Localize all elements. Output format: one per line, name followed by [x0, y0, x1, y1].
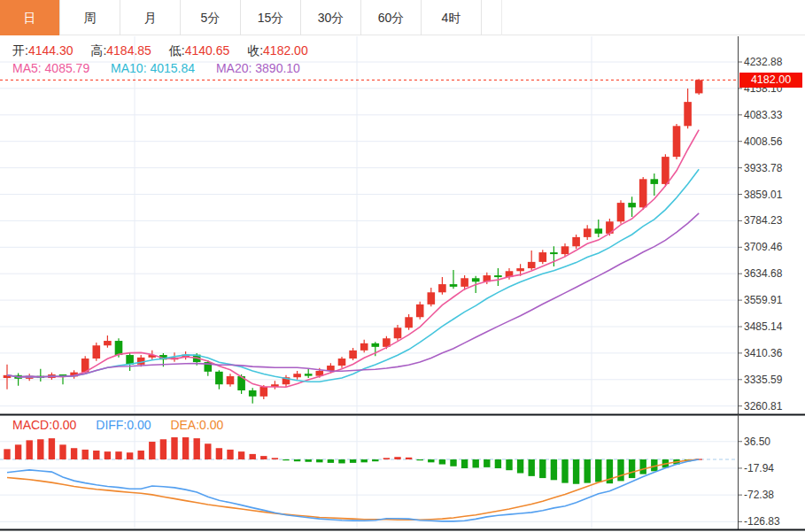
macd-bar-positive [383, 458, 390, 459]
macd-bar-positive [406, 458, 412, 459]
macd-bar-negative [495, 459, 501, 468]
tab-5min[interactable]: 5分 [181, 0, 241, 35]
macd-bar-negative [294, 459, 300, 461]
open-label: 开: [12, 43, 28, 58]
macd-bar-negative [595, 459, 601, 482]
candle-up [104, 341, 112, 345]
macd-bar-negative [461, 459, 468, 468]
candle-up [584, 228, 592, 237]
candle-down [472, 278, 480, 281]
tabbar-spacer [482, 0, 502, 35]
macd-axis-label: 36.50 [744, 436, 802, 448]
candle-up [338, 359, 346, 366]
macd-bar-negative [316, 459, 322, 462]
macd-bar-positive [260, 456, 267, 459]
macd-bar-positive [182, 437, 189, 459]
candle-down [494, 275, 502, 277]
diff-value: DIFF:0.00 [96, 418, 151, 432]
price-axis-label: 3784.23 [744, 214, 802, 227]
candle-up [572, 237, 580, 246]
macd-bar-negative [450, 459, 456, 466]
macd-bar-negative [561, 459, 568, 483]
candle-up [405, 317, 413, 328]
dea-value: DEA:0.00 [170, 418, 223, 432]
tab-month[interactable]: 月 [120, 0, 181, 35]
price-axis-label: 3709.46 [744, 241, 802, 253]
price-axis-label: 3859.01 [744, 189, 802, 201]
macd-readout: MACD:0.00 DIFF:0.00 DEA:0.00 [12, 418, 223, 432]
macd-bar-positive [127, 452, 133, 459]
macd-bar-positive [394, 457, 400, 459]
macd-bar-positive [238, 451, 244, 459]
close-value: 4182.00 [263, 43, 308, 58]
candles [4, 79, 703, 404]
candle-up [394, 328, 402, 338]
macd-bar-positive [15, 444, 21, 459]
candle-up [416, 305, 424, 317]
tab-day[interactable]: 日 [0, 0, 60, 35]
macd-bar-positive [149, 442, 155, 459]
current-price-badge: 4182.00 [739, 73, 802, 88]
macd-bar-positive [216, 448, 222, 459]
macd-bar-negative [617, 459, 623, 481]
period-tabbar: 日 周 月 5分 15分 30分 60分 4时 [0, 0, 805, 35]
dea-line [7, 459, 699, 520]
macd-bar-negative [372, 459, 378, 461]
candle-up [539, 252, 547, 262]
candle-up [695, 80, 703, 93]
macd-bar-negative [417, 459, 423, 460]
macd-bar-negative [573, 459, 579, 484]
macd-bar-negative [328, 459, 334, 463]
macd-bar-negative [439, 459, 445, 465]
candle-down [450, 284, 458, 287]
tab-4hour[interactable]: 4时 [422, 0, 482, 35]
high-label: 高: [90, 43, 106, 58]
ma20-readout: MA20: 3890.10 [216, 61, 300, 75]
candle-up [561, 246, 569, 254]
macd-bar-negative [283, 459, 289, 460]
candle-up [639, 179, 647, 207]
macd-bar-positive [115, 451, 121, 459]
candle-up [360, 343, 368, 351]
price-axis-label: 3559.91 [744, 294, 802, 306]
macd-bar-negative [306, 459, 312, 462]
macd-bar-negative [338, 459, 344, 463]
macd-bar-positive [205, 443, 211, 459]
macd-bar-negative [529, 459, 535, 476]
macd-bar-positive [49, 438, 55, 459]
price-axis-label: 4008.56 [744, 135, 802, 148]
macd-bar-negative [685, 459, 691, 461]
candle-up [428, 292, 436, 305]
candle-up [293, 374, 301, 377]
macd-bar-negative [428, 459, 434, 462]
macd-bar-negative [551, 459, 557, 480]
candle-down [115, 341, 123, 355]
macd-bar-negative [662, 459, 669, 467]
tab-30min[interactable]: 30分 [301, 0, 361, 35]
ma-readout: MA5: 4085.79 MA10: 4015.84 MA20: 3890.10 [12, 61, 300, 75]
open-value: 4144.30 [28, 43, 74, 58]
candle-down [550, 252, 558, 254]
candle-up [227, 376, 235, 384]
ma5-readout: MA5: 4085.79 [12, 61, 89, 75]
price-axis-label: 3485.14 [744, 320, 802, 333]
macd-bar-positive [93, 451, 99, 459]
macd-histogram [4, 437, 702, 484]
macd-bar-positive [59, 444, 66, 459]
tab-15min[interactable]: 15分 [241, 0, 301, 35]
macd-bar-negative [640, 459, 646, 474]
tab-week[interactable]: 周 [60, 0, 120, 35]
macd-bar-positive [37, 439, 43, 459]
candle-down [305, 374, 313, 375]
macd-value: MACD:0.00 [12, 418, 76, 432]
candle-up [684, 102, 692, 126]
tab-60min[interactable]: 60分 [361, 0, 422, 35]
macd-bar-positive [194, 438, 200, 459]
macd-bar-negative [629, 459, 635, 478]
candle-up [673, 126, 681, 157]
macd-bar-positive [171, 437, 177, 459]
price-axis-label: 4083.33 [744, 109, 802, 121]
macd-axis-label: -126.83 [744, 515, 802, 528]
price-axis-label: 3335.59 [744, 374, 802, 386]
macd-bar-positive [250, 454, 256, 459]
